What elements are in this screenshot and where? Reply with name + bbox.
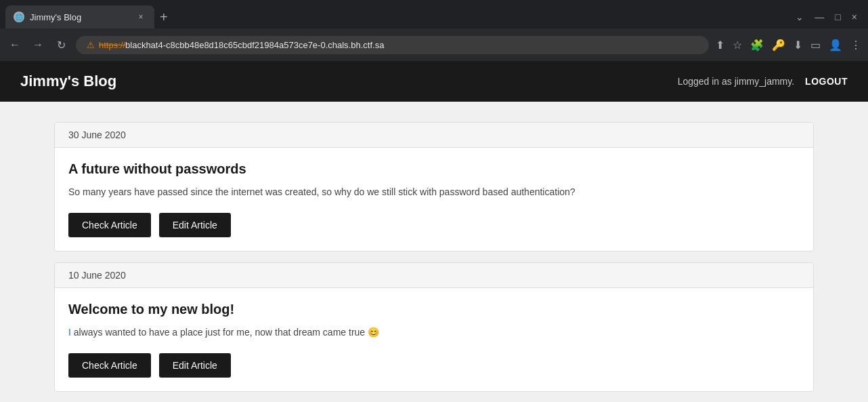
forward-button[interactable]: →: [30, 37, 46, 53]
article-body-2: Welcome to my new blog! I always wanted …: [55, 288, 813, 391]
article-card-2: 10 June 2020 Welcome to my new blog! I a…: [54, 262, 814, 392]
tab-title: Jimmy's Blog: [30, 12, 130, 22]
logged-in-text: Logged in as jimmy_jammy.: [678, 76, 794, 87]
collapse-icon[interactable]: ⌄: [796, 12, 804, 22]
back-button[interactable]: ←: [7, 37, 23, 53]
article-excerpt-2: I always wanted to have a place just for…: [68, 325, 800, 340]
article-title-2: Welcome to my new blog!: [68, 302, 800, 317]
edit-article-button-2[interactable]: Edit Article: [159, 353, 231, 378]
check-article-button-1[interactable]: Check Article: [68, 213, 151, 237]
browser-window: 🌐 Jimmy's Blog × + ⌄ — □ × ← → ↻ ⚠ https…: [0, 0, 868, 61]
tab-bar: 🌐 Jimmy's Blog × + ⌄ — □ ×: [0, 0, 868, 28]
url-text: https://blackhat4-c8cbb48e8d18c65cbdf219…: [99, 40, 384, 50]
article-excerpt-1: So many years have passed since the inte…: [68, 185, 800, 199]
password-icon[interactable]: 🔑: [772, 39, 785, 52]
article-card-1: 30 June 2020 A future without passwords …: [54, 122, 814, 252]
toolbar-icons: ⬆ ☆ 🧩 🔑 ⬇ ▭ 👤 ⋮: [716, 39, 861, 52]
article-date-2: 10 June 2020: [55, 263, 813, 288]
menu-icon[interactable]: ⋮: [850, 39, 861, 52]
url-field[interactable]: ⚠ https://blackhat4-c8cbb48e8d18c65cbdf2…: [76, 36, 709, 54]
https-text: https://: [99, 40, 125, 50]
window-controls: ⌄ — □ ×: [796, 12, 863, 22]
article-actions-1: Check Article Edit Article: [68, 213, 800, 237]
edit-article-button-1[interactable]: Edit Article: [159, 213, 231, 237]
security-warning-icon: ⚠: [87, 40, 95, 50]
split-view-icon[interactable]: ▭: [810, 39, 821, 52]
maximize-icon[interactable]: □: [835, 12, 840, 22]
site-title: Jimmy's Blog: [20, 73, 116, 90]
address-bar: ← → ↻ ⚠ https://blackhat4-c8cbb48e8d18c6…: [0, 28, 868, 61]
article-date-1: 30 June 2020: [55, 123, 813, 148]
site-nav: Logged in as jimmy_jammy. LOGOUT: [678, 76, 848, 87]
close-window-icon[interactable]: ×: [852, 12, 857, 22]
logout-button[interactable]: LOGOUT: [805, 76, 848, 87]
minimize-icon[interactable]: —: [815, 12, 824, 22]
bookmark-icon[interactable]: ☆: [733, 39, 742, 52]
tab-favicon: 🌐: [14, 12, 24, 22]
active-tab[interactable]: 🌐 Jimmy's Blog ×: [5, 5, 154, 28]
article-actions-2: Check Article Edit Article: [68, 353, 800, 378]
tab-close-button[interactable]: ×: [135, 12, 146, 22]
download-icon[interactable]: ⬇: [794, 39, 802, 52]
profile-icon[interactable]: 👤: [829, 39, 842, 52]
refresh-button[interactable]: ↻: [53, 37, 69, 53]
extensions-icon[interactable]: 🧩: [750, 39, 764, 52]
article-body-1: A future without passwords So many years…: [55, 148, 813, 251]
article-title-1: A future without passwords: [68, 161, 800, 177]
site-header: Jimmy's Blog Logged in as jimmy_jammy. L…: [0, 61, 868, 102]
new-tab-button[interactable]: +: [160, 9, 168, 25]
check-article-button-2[interactable]: Check Article: [68, 353, 151, 378]
share-icon[interactable]: ⬆: [716, 39, 724, 52]
main-content: 30 June 2020 A future without passwords …: [0, 102, 868, 402]
